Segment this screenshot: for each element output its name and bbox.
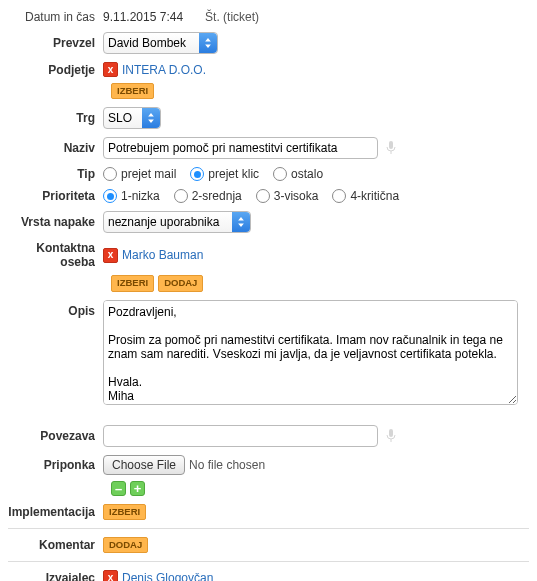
- povezava-input[interactable]: [103, 425, 378, 447]
- datetime-label: Datum in čas: [8, 10, 103, 24]
- podjetje-actions: IZBERI: [8, 81, 529, 103]
- svg-rect-0: [389, 141, 393, 149]
- row-prioriteta: Prioriteta 1-nizka 2-srednja 3-visoka 4-…: [8, 185, 529, 207]
- minus-icon: –: [115, 482, 122, 495]
- kontakt-remove-button[interactable]: x: [103, 248, 118, 263]
- row-kontaktna-oseba: Kontaktna oseba x Marko Bauman: [8, 237, 529, 273]
- label-vrsta-napake: Vrsta napake: [8, 215, 103, 229]
- choose-file-button[interactable]: Choose File: [103, 455, 185, 475]
- row-prevzel: Prevzel: [8, 28, 529, 58]
- row-tip: Tip prejet mail prejet klic ostalo: [8, 163, 529, 185]
- separator: [8, 528, 529, 529]
- trg-value[interactable]: [103, 107, 161, 129]
- label-tip: Tip: [8, 167, 103, 181]
- vrsta-napake-value[interactable]: [103, 211, 251, 233]
- header-row: Datum in čas 9.11.2015 7:44 Št. (ticket): [8, 6, 529, 28]
- radio-tip-mail[interactable]: prejet mail: [103, 167, 176, 181]
- radio-pri-1[interactable]: 1-nizka: [103, 189, 160, 203]
- attachment-add-button[interactable]: +: [130, 481, 145, 496]
- ticket-label: Št. (ticket): [205, 10, 259, 24]
- kontakt-izberi-button[interactable]: IZBERI: [111, 275, 154, 291]
- radio-pri-3[interactable]: 3-visoka: [256, 189, 319, 203]
- tip-radios: prejet mail prejet klic ostalo: [103, 167, 529, 181]
- row-priponka: Priponka Choose File No file chosen: [8, 451, 529, 479]
- datetime-value: 9.11.2015 7:44: [103, 10, 183, 24]
- row-vrsta-napake: Vrsta napake: [8, 207, 529, 237]
- label-opis: Opis: [8, 300, 103, 318]
- priponka-actions: – +: [8, 479, 529, 500]
- radio-pri-4[interactable]: 4-kritična: [332, 189, 399, 203]
- prioriteta-radios: 1-nizka 2-srednja 3-visoka 4-kritična: [103, 189, 529, 203]
- izvajalec-link[interactable]: Denis Glogovčan: [122, 571, 213, 581]
- row-povezava: Povezava: [8, 421, 529, 451]
- prevzel-value[interactable]: [103, 32, 218, 54]
- radio-icon: [256, 189, 270, 203]
- row-komentar: Komentar DODAJ: [8, 533, 529, 557]
- radio-pri-2[interactable]: 2-srednja: [174, 189, 242, 203]
- row-podjetje: Podjetje x INTERA D.O.O.: [8, 58, 529, 81]
- podjetje-izberi-button[interactable]: IZBERI: [111, 83, 154, 99]
- podjetje-link[interactable]: INTERA D.O.O.: [122, 63, 206, 77]
- x-icon: x: [108, 65, 114, 75]
- label-podjetje: Podjetje: [8, 63, 103, 77]
- trg-select[interactable]: [103, 107, 161, 129]
- kontakt-dodaj-button[interactable]: DODAJ: [158, 275, 203, 291]
- row-trg: Trg: [8, 103, 529, 133]
- label-izvajalec: Izvajalec: [8, 571, 103, 581]
- svg-rect-2: [389, 429, 393, 437]
- label-naziv: Naziv: [8, 141, 103, 155]
- radio-icon: [103, 167, 117, 181]
- label-povezava: Povezava: [8, 429, 103, 443]
- naziv-input[interactable]: [103, 137, 378, 159]
- vrsta-napake-select[interactable]: [103, 211, 251, 233]
- x-icon: x: [108, 573, 114, 581]
- implementacija-izberi-button[interactable]: IZBERI: [103, 504, 146, 520]
- plus-icon: +: [134, 482, 142, 495]
- kontakt-link[interactable]: Marko Bauman: [122, 248, 203, 262]
- podjetje-remove-button[interactable]: x: [103, 62, 118, 77]
- label-prioriteta: Prioriteta: [8, 189, 103, 203]
- radio-tip-ostalo[interactable]: ostalo: [273, 167, 323, 181]
- separator: [8, 561, 529, 562]
- radio-icon: [190, 167, 204, 181]
- label-implementacija: Implementacija: [8, 505, 103, 519]
- komentar-dodaj-button[interactable]: DODAJ: [103, 537, 148, 553]
- label-kontaktna-oseba: Kontaktna oseba: [8, 241, 103, 269]
- radio-icon: [273, 167, 287, 181]
- label-prevzel: Prevzel: [8, 36, 103, 50]
- row-implementacija: Implementacija IZBERI: [8, 500, 529, 524]
- radio-icon: [332, 189, 346, 203]
- radio-icon: [103, 189, 117, 203]
- label-priponka: Priponka: [8, 458, 103, 472]
- row-opis: Opis: [8, 296, 529, 409]
- mic-icon: [386, 141, 396, 155]
- radio-icon: [174, 189, 188, 203]
- row-izvajalec: Izvajalec x Denis Glogovčan: [8, 566, 529, 581]
- file-status: No file chosen: [189, 458, 265, 472]
- radio-tip-klic[interactable]: prejet klic: [190, 167, 259, 181]
- opis-textarea[interactable]: [103, 300, 518, 405]
- attachment-remove-button[interactable]: –: [111, 481, 126, 496]
- label-komentar: Komentar: [8, 538, 103, 552]
- x-icon: x: [108, 250, 114, 260]
- izvajalec-remove-button[interactable]: x: [103, 570, 118, 581]
- prevzel-select[interactable]: [103, 32, 218, 54]
- row-naziv: Naziv: [8, 133, 529, 163]
- mic-icon: [386, 429, 396, 443]
- label-trg: Trg: [8, 111, 103, 125]
- kontakt-actions: IZBERI DODAJ: [8, 273, 529, 295]
